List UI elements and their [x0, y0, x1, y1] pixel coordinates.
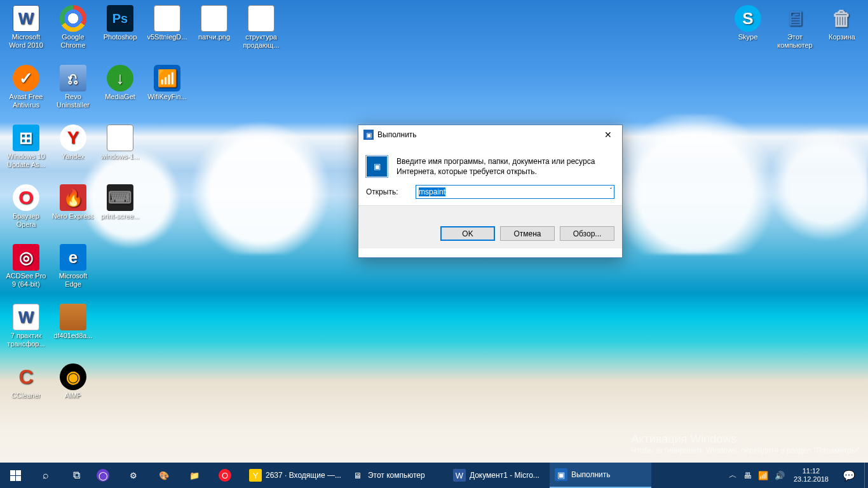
desktop-icons-left: WMicrosoft Word 2010Google ChromePsPhoto…: [3, 3, 285, 419]
tb-task-run[interactable]: ▣Выполнить: [550, 463, 651, 488]
tb-opera-icon: O: [219, 469, 231, 482]
icon-word[interactable]: WMicrosoft Word 2010: [3, 3, 50, 61]
desktop-icon-label: Этот компьютер: [772, 33, 818, 49]
icon-file-patchi[interactable]: патчи.png: [191, 3, 238, 61]
open-combobox[interactable]: ˇ: [416, 185, 614, 199]
desktop: WMicrosoft Word 2010Google ChromePsPhoto…: [0, 0, 868, 488]
icon-edge-icon: e: [60, 244, 86, 271]
desktop-icon-label: AIMP: [65, 391, 82, 400]
icon-file-struktura[interactable]: структура продающ...: [238, 3, 285, 61]
tb-settings[interactable]: ⚙: [122, 463, 153, 488]
icon-file-7praktik-icon: W: [13, 304, 39, 330]
run-body-icon: ▣: [366, 156, 388, 177]
icon-opera[interactable]: OБраузер Opera: [3, 182, 50, 240]
taskbar-task-label: Этот компьютер: [368, 471, 425, 480]
icon-ccleaner[interactable]: CCCleaner: [3, 361, 50, 419]
run-dialog-titlebar[interactable]: ▣ Выполнить ✕: [358, 125, 622, 144]
close-button[interactable]: ✕: [593, 125, 622, 144]
icon-yandex[interactable]: YYandex: [50, 122, 97, 180]
desktop-icon-label: MediaGet: [105, 93, 135, 101]
taskbar-task-label: 2637 · Входящие —...: [266, 471, 341, 480]
taskbar: ⌕ ⧉ ◯⚙🎨📁O Y2637 · Входящие —...🖥Этот ком…: [0, 463, 868, 488]
clock-date: 23.12.2018: [794, 475, 829, 484]
watermark-text: Чтобы активировать Windows, перейдите в …: [631, 446, 862, 455]
start-button[interactable]: [0, 463, 31, 488]
desktop-icon-label: windows-1...: [100, 152, 139, 161]
tb-task-run-icon: ▣: [555, 468, 567, 481]
desktop-icon-label: Nero Express: [52, 212, 95, 220]
taskbar-task-label: Документ1 - Micro...: [470, 471, 539, 480]
tb-task-word[interactable]: WДокумент1 - Micro...: [448, 463, 550, 488]
icon-opera-icon: O: [13, 184, 39, 211]
activation-watermark: Активация Windows Чтобы активировать Win…: [631, 433, 862, 455]
icon-thispc-icon: 🖥: [782, 5, 808, 32]
show-desktop-button[interactable]: [864, 463, 868, 488]
icon-file-printscreen[interactable]: ⌨print-scree...: [97, 182, 144, 240]
search-button[interactable]: ⌕: [31, 463, 61, 488]
desktop-icon-label: Photoshop: [104, 33, 137, 41]
icon-file-patchi-icon: [201, 5, 227, 32]
icon-file-v5-icon: [154, 5, 180, 32]
tb-opera[interactable]: O: [214, 463, 244, 488]
icon-file-df401[interactable]: df401ed8a...: [50, 301, 97, 360]
icon-mediaget[interactable]: ↓MediaGet: [97, 62, 144, 121]
desktop-icon-label: патчи.png: [198, 33, 230, 41]
desktop-icon-label: Revo Uninstaller: [50, 93, 96, 109]
icon-photoshop[interactable]: PsPhotoshop: [97, 3, 144, 61]
icon-wifikey-icon: 📶: [154, 65, 180, 92]
icon-skype[interactable]: SSkype: [724, 3, 771, 61]
taskbar-clock[interactable]: 11:12 23.12.2018: [789, 463, 834, 488]
tb-explorer-icon: 📁: [188, 469, 201, 482]
icon-avast[interactable]: ✓Avast Free Antivirus: [3, 62, 50, 121]
icon-file-df401-icon: [60, 304, 86, 330]
desktop-icon-label: Google Chrome: [50, 33, 96, 49]
desktop-icon-label: CCleaner: [11, 391, 41, 400]
icon-wifikey[interactable]: 📶WifiKeyFin...: [144, 62, 191, 121]
tray-printer-icon[interactable]: 🖶: [743, 471, 752, 480]
tray-chevron-icon[interactable]: ︿: [729, 470, 737, 481]
desktop-icon-label: структура продающ...: [238, 33, 284, 49]
tb-paint-icon: 🎨: [158, 469, 170, 482]
windows-logo-icon: [10, 470, 21, 481]
tb-cortana-circle[interactable]: ◯: [92, 463, 122, 488]
tb-task-yandex-icon: Y: [249, 469, 262, 482]
tb-cortana-circle-icon: ◯: [97, 469, 109, 482]
clock-time: 11:12: [803, 467, 820, 475]
task-view-button[interactable]: ⧉: [61, 463, 92, 488]
tb-task-yandex[interactable]: Y2637 · Входящие —...: [244, 463, 346, 488]
search-icon: ⌕: [43, 470, 49, 481]
tray-wifi-icon[interactable]: 📶: [758, 471, 768, 480]
icon-recyclebin[interactable]: 🗑Корзина: [818, 3, 865, 61]
icon-nero[interactable]: 🔥Nero Express: [50, 182, 97, 240]
browse-button[interactable]: Обзор...: [560, 226, 614, 241]
tb-task-thispc[interactable]: 🖥Этот компьютер: [346, 463, 448, 488]
watermark-title: Активация Windows: [631, 433, 862, 446]
tb-paint[interactable]: 🎨: [153, 463, 183, 488]
icon-aimp[interactable]: ◉AIMP: [50, 361, 97, 419]
icon-file-v5[interactable]: v5SttniegD...: [144, 3, 191, 61]
desktop-icons-right: SSkype🖥Этот компьютер🗑Корзина: [724, 3, 865, 61]
icon-chrome[interactable]: Google Chrome: [50, 3, 97, 61]
open-input[interactable]: [416, 185, 614, 199]
icon-acdsee[interactable]: ◎ACDSee Pro 9 (64-bit): [3, 241, 50, 300]
icon-winupdate[interactable]: ⊞Windows 10 Update As...: [3, 122, 50, 180]
icon-revo[interactable]: ⎌Revo Uninstaller: [50, 62, 97, 121]
icon-file-windows1[interactable]: windows-1...: [97, 122, 144, 180]
icon-skype-icon: S: [735, 5, 761, 32]
icon-photoshop-icon: Ps: [107, 5, 133, 32]
icon-thispc[interactable]: 🖥Этот компьютер: [771, 3, 818, 61]
desktop-icon-label: print-scree...: [100, 212, 139, 220]
ok-button[interactable]: OK: [440, 226, 495, 241]
icon-word-icon: W: [13, 5, 39, 32]
cancel-button[interactable]: Отмена: [500, 226, 555, 241]
run-dialog-description: Введите имя программы, папки, документа …: [397, 156, 614, 177]
tb-explorer[interactable]: 📁: [183, 463, 214, 488]
desktop-icon-label: Корзина: [829, 33, 855, 41]
action-center-button[interactable]: 💬: [834, 463, 864, 488]
tray-volume-icon[interactable]: 🔊: [775, 471, 785, 480]
icon-yandex-icon: Y: [60, 125, 86, 151]
icon-file-7praktik[interactable]: W7 практик трансфор...: [3, 301, 50, 360]
tb-settings-icon: ⚙: [127, 469, 140, 482]
icon-nero-icon: 🔥: [60, 184, 86, 211]
icon-edge[interactable]: eMicrosoft Edge: [50, 241, 97, 300]
